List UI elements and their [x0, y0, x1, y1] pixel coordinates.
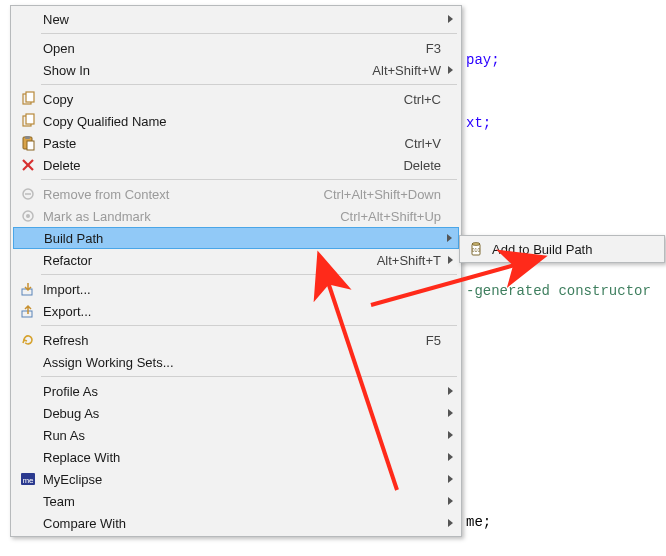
- svg-text:010: 010: [472, 247, 481, 253]
- menu-shortcut: Ctrl+C: [392, 92, 441, 107]
- submenu-arrow-icon: [448, 256, 453, 264]
- svg-rect-6: [27, 141, 34, 150]
- menu-label: Profile As: [39, 384, 441, 399]
- svg-point-12: [26, 214, 30, 218]
- menu-label: Debug As: [39, 406, 441, 421]
- submenu-arrow-icon: [448, 453, 453, 461]
- menu-item-profile-as[interactable]: Profile As: [13, 380, 459, 402]
- menu-shortcut: Alt+Shift+W: [360, 63, 441, 78]
- landmark-icon: [17, 208, 39, 224]
- build-path-submenu: 010 Add to Build Path: [459, 235, 665, 263]
- delete-icon: [17, 157, 39, 173]
- menu-separator: [41, 325, 457, 326]
- menu-shortcut: F3: [414, 41, 441, 56]
- menu-label: Replace With: [39, 450, 441, 465]
- jar-add-icon: 010: [466, 241, 488, 257]
- svg-point-18: [472, 243, 480, 246]
- menu-label: Export...: [39, 304, 441, 319]
- submenu-arrow-icon: [448, 475, 453, 483]
- menu-label: Show In: [39, 63, 360, 78]
- menu-item-refactor[interactable]: Refactor Alt+Shift+T: [13, 249, 459, 271]
- menu-label: Import...: [39, 282, 441, 297]
- menu-label: Mark as Landmark: [39, 209, 328, 224]
- svg-rect-1: [26, 92, 34, 102]
- menu-label: Compare With: [39, 516, 441, 531]
- menu-shortcut: Ctrl+Alt+Shift+Down: [312, 187, 441, 202]
- menu-item-export[interactable]: Export...: [13, 300, 459, 322]
- export-icon: [17, 303, 39, 319]
- submenu-arrow-icon: [448, 431, 453, 439]
- menu-separator: [41, 179, 457, 180]
- import-icon: [17, 281, 39, 297]
- menu-item-copy[interactable]: Copy Ctrl+C: [13, 88, 459, 110]
- submenu-arrow-icon: [448, 409, 453, 417]
- menu-item-show-in[interactable]: Show In Alt+Shift+W: [13, 59, 459, 81]
- menu-item-refresh[interactable]: Refresh F5: [13, 329, 459, 351]
- submenu-item-add-to-build-path[interactable]: 010 Add to Build Path: [462, 238, 662, 260]
- menu-shortcut: Alt+Shift+T: [365, 253, 441, 268]
- menu-label: MyEclipse: [39, 472, 441, 487]
- menu-separator: [41, 274, 457, 275]
- menu-item-run-as[interactable]: Run As: [13, 424, 459, 446]
- myeclipse-icon: me: [17, 471, 39, 487]
- menu-item-myeclipse[interactable]: me MyEclipse: [13, 468, 459, 490]
- menu-label: Open: [39, 41, 414, 56]
- menu-label: Paste: [39, 136, 393, 151]
- menu-separator: [41, 84, 457, 85]
- menu-shortcut: Ctrl+V: [393, 136, 441, 151]
- submenu-arrow-icon: [448, 387, 453, 395]
- menu-label: Copy: [39, 92, 392, 107]
- context-menu: New Open F3 Show In Alt+Shift+W Copy Ctr…: [10, 5, 462, 537]
- menu-item-team[interactable]: Team: [13, 490, 459, 512]
- menu-item-new[interactable]: New: [13, 8, 459, 30]
- svg-rect-3: [26, 114, 34, 124]
- copy-qualified-icon: [17, 113, 39, 129]
- menu-item-paste[interactable]: Paste Ctrl+V: [13, 132, 459, 154]
- remove-context-icon: [17, 186, 39, 202]
- menu-item-import[interactable]: Import...: [13, 278, 459, 300]
- menu-shortcut: Delete: [391, 158, 441, 173]
- menu-label: Refresh: [39, 333, 414, 348]
- menu-separator: [41, 33, 457, 34]
- menu-item-delete[interactable]: Delete Delete: [13, 154, 459, 176]
- menu-separator: [41, 376, 457, 377]
- menu-item-remove-from-context: Remove from Context Ctrl+Alt+Shift+Down: [13, 183, 459, 205]
- submenu-arrow-icon: [448, 519, 453, 527]
- menu-label: Run As: [39, 428, 441, 443]
- refresh-icon: [17, 332, 39, 348]
- submenu-arrow-icon: [448, 66, 453, 74]
- svg-rect-5: [25, 136, 30, 139]
- menu-label: Team: [39, 494, 441, 509]
- menu-label: Delete: [39, 158, 391, 173]
- menu-label: Remove from Context: [39, 187, 312, 202]
- menu-item-debug-as[interactable]: Debug As: [13, 402, 459, 424]
- menu-label: Copy Qualified Name: [39, 114, 441, 129]
- menu-label: Build Path: [40, 231, 440, 246]
- paste-icon: [17, 135, 39, 151]
- menu-item-replace-with[interactable]: Replace With: [13, 446, 459, 468]
- menu-shortcut: F5: [414, 333, 441, 348]
- menu-label: Refactor: [39, 253, 365, 268]
- menu-label: New: [39, 12, 441, 27]
- menu-item-assign-working-sets[interactable]: Assign Working Sets...: [13, 351, 459, 373]
- menu-item-open[interactable]: Open F3: [13, 37, 459, 59]
- menu-item-copy-qualified-name[interactable]: Copy Qualified Name: [13, 110, 459, 132]
- menu-item-compare-with[interactable]: Compare With: [13, 512, 459, 534]
- submenu-arrow-icon: [447, 234, 452, 242]
- submenu-arrow-icon: [448, 497, 453, 505]
- menu-shortcut: Ctrl+Alt+Shift+Up: [328, 209, 441, 224]
- menu-label: Add to Build Path: [488, 242, 644, 257]
- menu-label: Assign Working Sets...: [39, 355, 441, 370]
- svg-rect-14: [22, 311, 32, 317]
- submenu-arrow-icon: [448, 15, 453, 23]
- copy-icon: [17, 91, 39, 107]
- menu-item-mark-as-landmark: Mark as Landmark Ctrl+Alt+Shift+Up: [13, 205, 459, 227]
- menu-item-build-path[interactable]: Build Path: [13, 227, 459, 249]
- svg-text:me: me: [22, 476, 34, 485]
